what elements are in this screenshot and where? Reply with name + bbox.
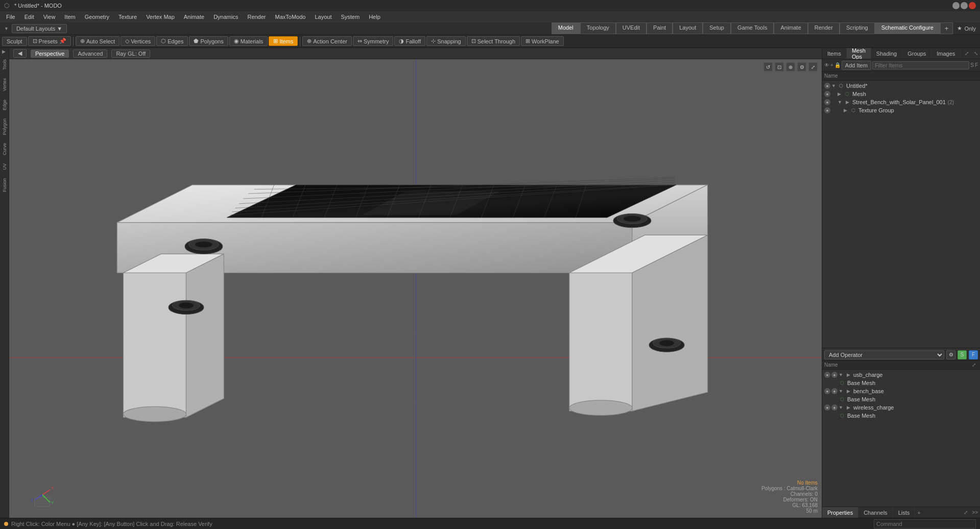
menu-geometry[interactable]: Geometry (81, 13, 113, 21)
vertices-button[interactable]: ◇ Vertices (121, 36, 155, 46)
right-tab-meshops[interactable]: Mesh Ops (847, 48, 871, 59)
right-tab-images[interactable]: Images (931, 48, 961, 59)
sculpt-button[interactable]: Sculpt (2, 37, 27, 46)
tree-arrow-mesh[interactable]: ▶ (838, 91, 844, 97)
sidebar-item-edge[interactable]: Edge (0, 95, 9, 114)
viewport-mode-advanced[interactable]: Advanced (73, 50, 107, 58)
tree-arrow-wireless[interactable]: ▼ (839, 405, 845, 410)
tree-item-texturegroup[interactable]: ● ▶ ⬡ Texture Group (823, 106, 979, 114)
right-panel-collapse[interactable]: ⤡ (972, 50, 980, 58)
menu-item[interactable]: Item (60, 13, 79, 21)
tab-topology[interactable]: Topology (580, 22, 616, 34)
vis-toggle-mesh[interactable]: ● (824, 91, 830, 97)
vis-toggle-usb[interactable]: ● (824, 372, 830, 378)
viewport-type-perspective[interactable]: Perspective (31, 50, 69, 58)
menu-texture[interactable]: Texture (114, 13, 141, 21)
menu-layout[interactable]: Layout (310, 13, 336, 21)
auto-select-button[interactable]: ⊕ Auto Select (76, 36, 119, 46)
add-op-icon2[interactable]: S (958, 350, 967, 359)
tab-paint[interactable]: Paint (647, 22, 673, 34)
tree-item-basemesh-usb[interactable]: ⬡ Base Mesh (823, 379, 979, 387)
viewport-raygl[interactable]: Ray GL: Off (111, 50, 150, 58)
vis-toggle-bench[interactable]: ● (824, 99, 830, 105)
tree-arrow-benchbase[interactable]: ▼ (839, 389, 845, 394)
command-input[interactable] (874, 519, 976, 528)
viewport-nav-prev[interactable]: ◀ (13, 49, 27, 58)
sidebar-item-polygon[interactable]: Polygon (0, 114, 9, 139)
tab-animate[interactable]: Animate (774, 22, 807, 34)
sidebar-item-curve[interactable]: Curve (0, 139, 9, 159)
menu-system[interactable]: System (337, 13, 364, 21)
add-tab-btn[interactable]: + (915, 510, 922, 516)
viewport[interactable]: ◀ Perspective Advanced Ray GL: Off ↺ ⊡ ⊕… (9, 48, 822, 518)
edges-button[interactable]: ⬡ Edges (156, 36, 188, 46)
menu-maxtomode[interactable]: MaxToModo (271, 13, 310, 21)
tab-scripting[interactable]: Scripting (840, 22, 875, 34)
polygons-button[interactable]: ⬟ Polygons (189, 36, 228, 46)
menu-dynamics[interactable]: Dynamics (209, 13, 242, 21)
tree-arrow-untitled[interactable]: ▼ (831, 83, 838, 88)
vis-toggle[interactable]: ● (824, 83, 830, 89)
items-tree[interactable]: ● ▼ ⬡ Untitled* ● ▶ ⬡ Mesh ● ▼ (822, 81, 980, 347)
tab-gametools[interactable]: Game Tools (731, 22, 774, 34)
tree-item-streetbench[interactable]: ● ▼ ▶ Street_Bench_with_Solar_Panel_001 … (823, 98, 979, 106)
right-tab-items[interactable]: Items (822, 48, 847, 59)
tree-item-basemesh-bench[interactable]: ⬡ Base Mesh (823, 395, 979, 403)
tree-arrow-texture[interactable]: ▶ (844, 108, 850, 113)
add-op-icon1[interactable]: ⚙ (946, 350, 955, 359)
right-bottom-expand[interactable]: ⤢ (962, 509, 970, 517)
layout-selector[interactable]: Default Layouts ▼ (12, 24, 67, 33)
sidebar-item-uv[interactable]: UV (0, 159, 9, 174)
right-bottom-arrow[interactable]: >> (970, 510, 980, 515)
tree-item-basemesh-wireless[interactable]: ⬡ Base Mesh (823, 412, 979, 420)
snapping-button[interactable]: ⊹ Snapping (426, 36, 466, 46)
menu-render[interactable]: Render (243, 13, 270, 21)
right-bottom-tab-lists[interactable]: Lists (893, 507, 916, 518)
tab-setup[interactable]: Setup (703, 22, 731, 34)
sidebar-item-vertex[interactable]: Vertex (0, 74, 9, 95)
materials-button[interactable]: ◉ Materials (229, 36, 268, 46)
workplane-button[interactable]: ⊞ WorkPlane (521, 36, 564, 46)
right-tab-groups[interactable]: Groups (902, 48, 931, 59)
tab-layout[interactable]: Layout (673, 22, 703, 34)
tree-item-untitled[interactable]: ● ▼ ⬡ Untitled* (823, 82, 979, 90)
tab-schematic[interactable]: Schematic Configure (875, 22, 940, 34)
menu-edit[interactable]: Edit (20, 13, 38, 21)
tab-model[interactable]: Model (552, 22, 580, 34)
sidebar-item-fusion[interactable]: Fusion (0, 174, 9, 196)
tree-item-mesh[interactable]: ● ▶ ⬡ Mesh (823, 90, 979, 98)
tab-uvedit[interactable]: UVEdit (616, 22, 647, 34)
menu-vertexmap[interactable]: Vertex Map (142, 13, 179, 21)
star-only-toggle[interactable]: ★ Only (957, 25, 976, 32)
right-tab-shading[interactable]: Shading (871, 48, 902, 59)
vis-toggle-bench2[interactable]: ● (824, 388, 830, 394)
vis-toggle-wireless[interactable]: ● (824, 404, 830, 411)
minimize-button[interactable] (952, 2, 960, 9)
vis-toggle-usb2[interactable]: ● (831, 372, 838, 378)
sidebar-item-toolbar[interactable]: Tools (0, 55, 9, 74)
vis-toggle-wireless2[interactable]: ● (831, 404, 838, 411)
add-op-expand[interactable]: ⤢ (970, 361, 978, 369)
vis-toggle-texture[interactable]: ● (824, 107, 830, 113)
maximize-button[interactable] (961, 2, 968, 9)
menu-file[interactable]: File (2, 13, 19, 21)
vis-toggle-bench3[interactable]: ● (831, 388, 838, 394)
right-bottom-tab-properties[interactable]: Properties (822, 507, 858, 518)
add-operator-dropdown[interactable]: Add Operator (824, 350, 944, 359)
add-op-icon3[interactable]: F (969, 350, 978, 359)
sidebar-expand-btn[interactable]: ▶ (0, 48, 7, 55)
add-layout-button[interactable]: + (940, 22, 953, 34)
symmetry-button[interactable]: ⇔ Symmetry (353, 36, 394, 46)
action-center-button[interactable]: ⊕ Action Center (302, 36, 352, 46)
menu-help[interactable]: Help (365, 13, 385, 21)
tree-item-wireless[interactable]: ● ● ▼ ▶ wireless_charge (823, 403, 979, 412)
tab-render[interactable]: Render (808, 22, 840, 34)
add-operator-tree[interactable]: ● ● ▼ ▶ usb_charge ⬡ Base Mesh ● ● ▼ (822, 370, 980, 507)
add-item-button[interactable]: Add Item (842, 61, 871, 70)
falloff-button[interactable]: ◑ Falloff (394, 36, 425, 46)
filter-items-input[interactable] (872, 61, 969, 69)
right-bottom-tab-channels[interactable]: Channels (858, 507, 893, 518)
titlebar-controls[interactable] (952, 2, 976, 9)
tree-arrow-bench[interactable]: ▼ (838, 100, 844, 105)
tree-item-benchbase[interactable]: ● ● ▼ ▶ bench_base (823, 387, 979, 395)
